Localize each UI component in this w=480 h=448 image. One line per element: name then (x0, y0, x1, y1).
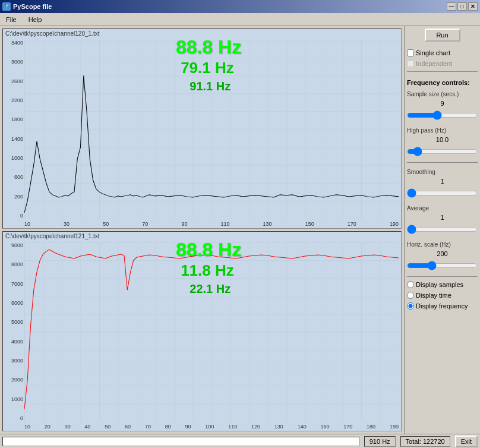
average-label: Average (407, 205, 478, 212)
horiz-scale-slider-container (407, 261, 478, 272)
independent-label: Independent (416, 60, 452, 67)
title-controls[interactable]: — □ ✕ (447, 2, 478, 11)
display-time-label: Display time (416, 292, 451, 299)
smoothing-slider-container (407, 188, 478, 199)
chart2-title: C:\dev\tk\pyscope\channel121_1.txt (5, 233, 99, 239)
divider-1 (407, 71, 478, 72)
horiz-scale-slider[interactable] (407, 261, 478, 270)
high-pass-slider[interactable] (407, 147, 478, 156)
sample-size-slider[interactable] (407, 111, 478, 120)
status-bar: 910 Hz Total: 122720 Exit (0, 434, 480, 448)
average-value: 1 (407, 214, 478, 221)
chart1-title: C:\dev\tk\pyscope\channel120_1.txt (5, 30, 99, 37)
scroll-bar[interactable] (2, 437, 359, 446)
smoothing-value: 1 (407, 178, 478, 185)
right-panel: Run Single chart Independent Frequency c… (404, 26, 480, 434)
single-chart-label: Single chart (416, 49, 450, 56)
divider-3 (407, 276, 478, 277)
exit-button[interactable]: Exit (455, 436, 478, 447)
chart-2: C:\dev\tk\pyscope\channel121_1.txt 88.8 … (2, 231, 402, 431)
divider-2 (407, 162, 478, 163)
chart-1: C:\dev\tk\pyscope\channel120_1.txt 88.8 … (2, 29, 402, 229)
title-bar: 🔭 PyScope file — □ ✕ (0, 0, 480, 13)
run-button[interactable]: Run (425, 29, 460, 42)
single-chart-checkbox[interactable] (407, 49, 414, 56)
display-frequency-label: Display frequency (416, 302, 468, 310)
chart2-freq-large: 88.8 Hz (176, 239, 241, 261)
high-pass-label: High pass (Hz) (407, 127, 478, 134)
maximize-button[interactable]: □ (457, 2, 467, 11)
independent-checkbox[interactable] (407, 60, 414, 67)
display-frequency-radio[interactable] (407, 302, 414, 310)
high-pass-slider-container (407, 147, 478, 157)
display-frequency-row: Display frequency (407, 302, 478, 310)
display-samples-row: Display samples (407, 281, 478, 288)
chart2-freq-medium: 11.8 Hz (181, 261, 234, 280)
display-samples-label: Display samples (416, 281, 463, 288)
smoothing-label: Smoothing (407, 169, 478, 175)
window-title: PyScope file (13, 3, 52, 10)
independent-row: Independent (407, 60, 478, 67)
single-chart-row: Single chart (407, 49, 478, 56)
freq-controls-label: Frequency controls: (407, 79, 478, 86)
display-samples-radio[interactable] (407, 281, 414, 288)
charts-area: C:\dev\tk\pyscope\channel120_1.txt 88.8 … (0, 26, 404, 434)
title-bar-left: 🔭 PyScope file (2, 2, 52, 11)
smoothing-slider[interactable] (407, 188, 478, 198)
menu-file[interactable]: File (2, 15, 20, 24)
minimize-button[interactable]: — (447, 2, 456, 11)
chart1-x-axis: 1030507090110130150170190 (24, 221, 399, 227)
menu-bar: File Help (0, 13, 480, 26)
chart2-y-axis: 9000800070006000 500040003000200010000 (3, 242, 24, 421)
chart2-x-axis: 1020304050607080901001101201301401601701… (24, 424, 399, 430)
chart1-freq-medium: 79.1 Hz (181, 59, 234, 77)
average-slider-container (407, 225, 478, 235)
high-pass-value: 10.0 (407, 136, 478, 143)
sample-size-value: 9 (407, 100, 478, 107)
main-content: C:\dev\tk\pyscope\channel120_1.txt 88.8 … (0, 26, 480, 434)
menu-help[interactable]: Help (25, 15, 46, 24)
chart1-y-axis: 3400300026002200 1800140010006002000 (3, 40, 24, 219)
horiz-scale-value: 200 (407, 250, 478, 257)
average-slider[interactable] (407, 225, 478, 234)
chart1-freq-small: 91.1 Hz (190, 80, 230, 93)
horiz-scale-label: Horiz. scale (Hz) (407, 241, 478, 248)
sample-size-slider-container (407, 111, 478, 121)
display-time-row: Display time (407, 292, 478, 299)
close-button[interactable]: ✕ (468, 2, 478, 11)
display-time-radio[interactable] (407, 292, 414, 299)
chart2-freq-small: 22.1 Hz (190, 282, 230, 296)
rate-display: 910 Hz (364, 436, 396, 447)
total-display: Total: 122720 (400, 436, 450, 447)
app-icon: 🔭 (2, 2, 11, 11)
chart1-freq-large: 88.8 Hz (176, 36, 241, 58)
sample-size-label: Sample size (secs.) (407, 91, 478, 97)
